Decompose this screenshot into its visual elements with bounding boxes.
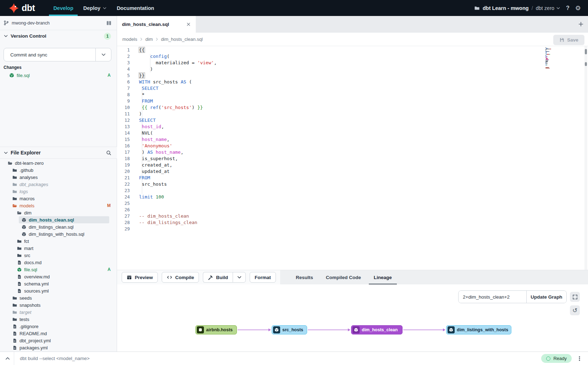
tree-item-schema.yml[interactable]: schema.yml: [0, 280, 117, 287]
tree-item-dbt_packages[interactable]: dbt_packages: [0, 181, 117, 188]
tree-item-docs.md[interactable]: docs.md: [0, 259, 117, 266]
tree-item-file.sql[interactable]: file.sqlA: [0, 266, 117, 273]
tree-item-dim_listings_clean.sql[interactable]: dim_listings_clean.sql: [0, 223, 117, 230]
dbt-logo[interactable]: dbt: [9, 3, 35, 13]
editor-scrollbar[interactable]: [584, 46, 587, 270]
tab-results[interactable]: Results: [291, 270, 318, 285]
folder-icon: [12, 196, 17, 201]
lineage-node-airbnb.hosts[interactable]: airbnb.hosts: [195, 325, 237, 334]
reset-view-button[interactable]: ↺: [570, 305, 580, 315]
project-selector[interactable]: dbt zero: [536, 5, 560, 11]
breadcrumb-file[interactable]: dim_hosts_clean.sql: [161, 37, 203, 42]
line-number: 27: [117, 213, 130, 219]
tree-item-.github[interactable]: .github: [0, 167, 117, 174]
lineage-node-label: dim_hosts_clean: [362, 327, 398, 332]
line-number: 17: [117, 149, 130, 156]
update-graph-button[interactable]: Update Graph: [526, 291, 566, 303]
grid-icon: [127, 275, 132, 280]
tree-item-models[interactable]: modelsM: [0, 202, 117, 209]
code-text: host_id,: [139, 124, 164, 130]
commit-and-sync-button[interactable]: Commit and sync: [4, 48, 111, 61]
nav-item-documentation[interactable]: Documentation: [112, 0, 159, 16]
branch-row[interactable]: mwong-dev-branch: [0, 16, 117, 30]
file-icon: [17, 282, 22, 286]
tree-item-label: models: [20, 203, 34, 208]
account-selector[interactable]: dbt Learn - mwong / dbt zero: [474, 5, 560, 11]
lineage-node-dim_listings_with_hosts[interactable]: dim_listings_with_hosts: [446, 325, 511, 334]
line-number: 29: [117, 226, 130, 232]
chevron-down-icon: [556, 6, 560, 10]
tree-item-.gitignore[interactable]: .gitignore: [0, 323, 117, 330]
tree-item-dbt_project.yml[interactable]: dbt_project.yml: [0, 337, 117, 344]
tree-item-README.md[interactable]: README.md: [0, 330, 117, 337]
close-icon[interactable]: [186, 22, 191, 27]
folder-icon: [474, 5, 480, 11]
build-options-chevron[interactable]: [233, 272, 246, 283]
tree-item-dim[interactable]: dim: [0, 209, 117, 216]
file-explorer-header[interactable]: File Explorer: [0, 147, 117, 159]
tree-item-dbt-learn-zero[interactable]: dbt-learn-zero: [0, 159, 117, 167]
tree-item-macros[interactable]: macros: [0, 195, 117, 202]
tree-item-target[interactable]: target: [0, 309, 117, 316]
code-text: WITH src_hosts AS (: [139, 79, 192, 85]
docs-panel-icon[interactable]: [106, 20, 112, 26]
minimap[interactable]: [545, 47, 555, 72]
commit-options-chevron[interactable]: [95, 48, 111, 61]
status-bar: dbt build --select <model_name> Ready: [0, 352, 588, 365]
nav-item-deploy[interactable]: Deploy: [78, 0, 112, 16]
tree-item-overview.md[interactable]: overview.md: [0, 273, 117, 280]
tree-item-mart[interactable]: mart: [0, 245, 117, 252]
new-tab-button[interactable]: [578, 21, 584, 27]
breadcrumb-row: models dim dim_hosts_clean.sql Save: [117, 33, 588, 46]
help-icon[interactable]: ?: [565, 5, 570, 11]
top-nav: dbt Develop Deploy Documentation dbt Lea…: [0, 0, 588, 16]
compile-button[interactable]: Compile: [162, 272, 199, 283]
tab-dim-hosts-clean[interactable]: dim_hosts_clean.sql: [117, 16, 196, 33]
tree-item-tests[interactable]: tests: [0, 316, 117, 323]
nav-item-develop[interactable]: Develop: [48, 0, 78, 16]
save-icon: [559, 37, 565, 43]
lineage-node-src_hosts[interactable]: src_hosts: [272, 325, 307, 334]
tab-title: dim_hosts_clean.sql: [122, 22, 169, 27]
build-button[interactable]: Build: [203, 272, 233, 283]
ready-status-badge: Ready: [541, 354, 572, 363]
tree-item-packages.yml[interactable]: packages.yml: [0, 344, 117, 351]
tree-item-label: .gitignore: [20, 324, 38, 329]
tree-item-seeds[interactable]: seeds: [0, 294, 117, 301]
save-button[interactable]: Save: [553, 35, 584, 45]
code-editor[interactable]: 1{{2 config(3 materialized = 'view',4 )5…: [117, 46, 588, 270]
preview-button[interactable]: Preview: [122, 272, 158, 283]
tab-lineage[interactable]: Lineage: [369, 270, 397, 285]
line-number: 10: [117, 104, 130, 111]
breadcrumb-dim[interactable]: dim: [145, 37, 153, 42]
fullscreen-button[interactable]: [570, 292, 580, 302]
lineage-selector-input[interactable]: [459, 291, 526, 303]
tree-item-dim_listings_with_hosts.sql[interactable]: dim_listings_with_hosts.sql: [0, 230, 117, 238]
kebab-menu-icon[interactable]: [577, 356, 582, 361]
tree-item-src[interactable]: src: [0, 252, 117, 259]
tree-item-label: sources.yml: [24, 288, 49, 294]
tab-compiled-code[interactable]: Compiled Code: [321, 270, 366, 285]
chevron-down-icon: [4, 151, 8, 155]
branch-name: mwong-dev-branch: [12, 21, 50, 26]
tree-item-sources.yml[interactable]: sources.yml: [0, 287, 117, 294]
tree-item-fct[interactable]: fct: [0, 238, 117, 245]
chevron-up-icon[interactable]: [5, 356, 10, 361]
gear-icon[interactable]: ⚙: [575, 4, 581, 12]
account-divider: /: [532, 5, 533, 11]
tree-item-label: tests: [20, 317, 29, 322]
version-control-header[interactable]: Version Control 1: [0, 30, 117, 42]
breadcrumb-models[interactable]: models: [122, 37, 137, 42]
fullscreen-icon: [572, 294, 578, 300]
format-button[interactable]: Format: [250, 272, 276, 283]
tree-item-logs[interactable]: logs: [0, 188, 117, 195]
tree-item-analyses[interactable]: analyses: [0, 174, 117, 181]
changed-file-row[interactable]: file.sql A: [0, 71, 117, 79]
command-input[interactable]: dbt build --select <model_name>: [20, 356, 90, 361]
tree-item-snapshots[interactable]: snapshots: [0, 301, 117, 309]
tree-item-dim_hosts_clean.sql[interactable]: dim_hosts_clean.sql: [0, 216, 117, 223]
search-icon[interactable]: [106, 150, 111, 156]
folder-icon: [17, 246, 22, 251]
file-icon: [12, 324, 17, 329]
lineage-node-dim_hosts_clean[interactable]: dim_hosts_clean: [351, 325, 403, 334]
